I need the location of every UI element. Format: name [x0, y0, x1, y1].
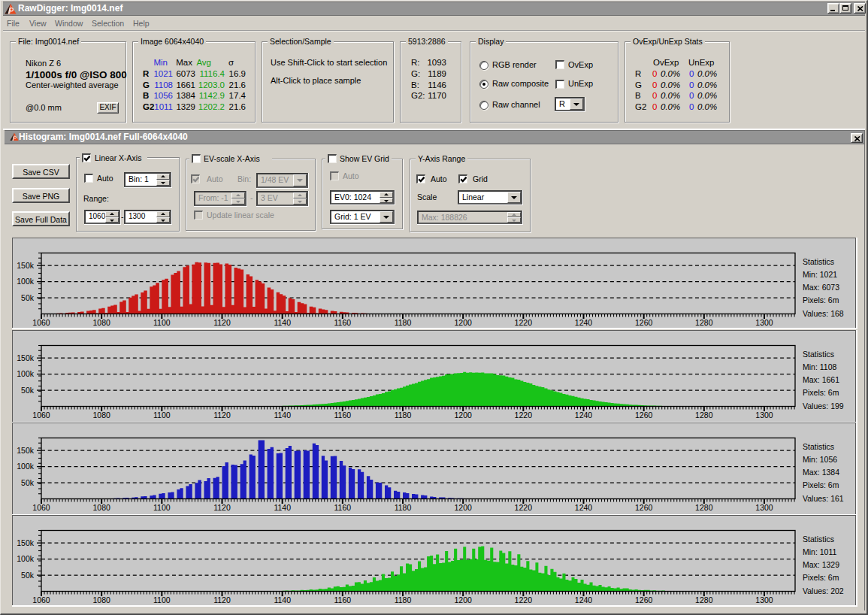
svg-text:1160: 1160 — [334, 503, 352, 512]
svg-text:Min: 1108: Min: 1108 — [803, 362, 836, 371]
svg-text:1080: 1080 — [93, 595, 111, 604]
svg-text:1180: 1180 — [395, 318, 412, 327]
svg-text:50k: 50k — [21, 293, 35, 302]
svg-text:150k: 150k — [17, 446, 35, 455]
svg-text:1300: 1300 — [755, 411, 773, 420]
svg-text:Values: 161: Values: 161 — [803, 494, 844, 503]
svg-text:1280: 1280 — [695, 503, 713, 512]
svg-text:1280: 1280 — [695, 411, 713, 420]
svg-text:1240: 1240 — [575, 503, 593, 512]
svg-text:1120: 1120 — [213, 411, 231, 420]
svg-text:1160: 1160 — [334, 411, 352, 420]
svg-text:Statistics: Statistics — [803, 257, 834, 266]
svg-text:Values: 202: Values: 202 — [803, 586, 844, 595]
svg-text:1240: 1240 — [575, 411, 593, 420]
svg-text:1080: 1080 — [93, 411, 111, 420]
svg-text:1200: 1200 — [455, 411, 473, 420]
svg-text:Statistics: Statistics — [803, 350, 834, 359]
svg-text:1160: 1160 — [334, 318, 352, 327]
svg-text:Statistics: Statistics — [803, 535, 834, 544]
svg-text:100k: 100k — [17, 554, 35, 563]
svg-text:1060: 1060 — [32, 318, 50, 327]
svg-text:Min: 1021: Min: 1021 — [803, 270, 837, 279]
svg-text:50k: 50k — [21, 571, 35, 580]
svg-text:1140: 1140 — [274, 503, 291, 512]
svg-text:1180: 1180 — [395, 595, 412, 604]
svg-text:1060: 1060 — [32, 411, 50, 420]
svg-text:1060: 1060 — [32, 595, 50, 604]
svg-text:1140: 1140 — [274, 595, 291, 604]
svg-text:1300: 1300 — [755, 503, 773, 512]
svg-text:Pixels: 6m: Pixels: 6m — [803, 295, 839, 304]
svg-text:Values: 168: Values: 168 — [803, 309, 844, 318]
svg-text:Max: 1661: Max: 1661 — [803, 375, 839, 384]
svg-text:Pixels: 6m: Pixels: 6m — [803, 573, 839, 582]
svg-text:Min: 1056: Min: 1056 — [803, 455, 837, 464]
svg-text:1140: 1140 — [274, 411, 291, 420]
svg-text:Max: 1384: Max: 1384 — [803, 468, 839, 477]
svg-text:1240: 1240 — [575, 318, 593, 327]
svg-text:1080: 1080 — [93, 503, 111, 512]
svg-text:1260: 1260 — [635, 411, 653, 420]
svg-text:1120: 1120 — [213, 595, 231, 604]
svg-text:1140: 1140 — [274, 318, 291, 327]
svg-text:1280: 1280 — [695, 595, 713, 604]
svg-text:1060: 1060 — [32, 503, 50, 512]
svg-text:1200: 1200 — [455, 503, 473, 512]
svg-text:1220: 1220 — [515, 318, 533, 327]
svg-text:150k: 150k — [17, 353, 35, 362]
svg-text:1100: 1100 — [153, 503, 171, 512]
svg-text:50k: 50k — [21, 386, 35, 395]
svg-text:1260: 1260 — [635, 503, 653, 512]
svg-text:1120: 1120 — [213, 318, 231, 327]
svg-text:Max: 1329: Max: 1329 — [803, 560, 839, 569]
svg-text:1220: 1220 — [515, 411, 533, 420]
svg-text:1300: 1300 — [755, 318, 773, 327]
svg-text:1260: 1260 — [635, 318, 653, 327]
svg-text:1120: 1120 — [213, 503, 231, 512]
svg-text:1200: 1200 — [455, 318, 473, 327]
svg-text:1100: 1100 — [153, 595, 171, 604]
svg-text:1280: 1280 — [695, 318, 713, 327]
svg-text:1160: 1160 — [334, 595, 352, 604]
svg-text:150k: 150k — [17, 538, 35, 547]
svg-text:1180: 1180 — [395, 503, 412, 512]
svg-text:1100: 1100 — [153, 318, 171, 327]
svg-text:1240: 1240 — [575, 595, 593, 604]
svg-text:Values: 199: Values: 199 — [803, 401, 844, 411]
svg-text:1300: 1300 — [755, 595, 773, 604]
svg-text:150k: 150k — [17, 261, 35, 270]
svg-text:Pixels: 6m: Pixels: 6m — [803, 388, 839, 397]
svg-text:1200: 1200 — [455, 595, 473, 604]
svg-text:1260: 1260 — [635, 595, 653, 604]
svg-text:1080: 1080 — [93, 318, 111, 327]
svg-text:1220: 1220 — [515, 595, 533, 604]
svg-text:Min: 1011: Min: 1011 — [803, 547, 836, 556]
svg-text:1180: 1180 — [395, 411, 412, 420]
svg-text:Pixels: 6m: Pixels: 6m — [803, 480, 839, 489]
svg-text:100k: 100k — [17, 369, 35, 378]
svg-text:Max: 6073: Max: 6073 — [803, 283, 839, 292]
svg-text:100k: 100k — [17, 462, 35, 471]
svg-text:1220: 1220 — [515, 503, 533, 512]
svg-text:50k: 50k — [21, 478, 35, 487]
svg-text:1100: 1100 — [153, 411, 171, 420]
svg-text:Statistics: Statistics — [803, 442, 834, 451]
svg-text:100k: 100k — [17, 277, 35, 286]
